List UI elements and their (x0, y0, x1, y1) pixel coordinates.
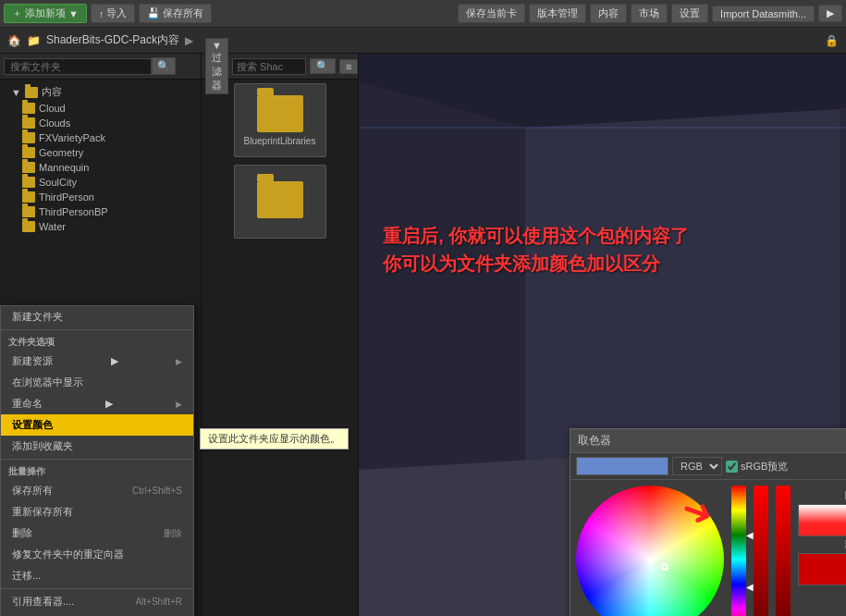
viewport-text-overlay: 重启后, 你就可以使用这个包的内容了 你可以为文件夹添加颜色加以区分 (383, 222, 689, 277)
alpha-slider[interactable] (774, 486, 792, 616)
old-new-section: 旧 新 (798, 489, 846, 616)
folder-icon (22, 132, 35, 143)
ctx-divider-3 (1, 588, 193, 589)
breadcrumb-arrow-icon: ▶ (185, 34, 193, 47)
save-tab-button[interactable]: 保存当前卡 (458, 4, 525, 23)
tree-item-mannequin[interactable]: Mannequin (0, 160, 201, 175)
tree-item-fxvariety[interactable]: FXVarietyPack (0, 130, 201, 145)
version-button[interactable]: 版本管理 (529, 4, 586, 23)
breadcrumb-folder-icon: 📁 (27, 34, 41, 47)
new-color-swatch (798, 553, 846, 585)
tree-item-cloud[interactable]: Cloud (0, 101, 201, 116)
srgb-label: sRGB预览 (726, 460, 788, 474)
value-slider[interactable]: ◀ (752, 486, 770, 616)
search-button[interactable]: 🔍 (152, 57, 176, 75)
import-button[interactable]: ↑ 导入 (91, 4, 136, 23)
folder-thumb-label: BlueprintLibraries (244, 136, 316, 146)
content-button[interactable]: 内容 (590, 4, 627, 23)
search-input[interactable] (4, 58, 152, 75)
color-picker-body: ◀ ◀ 旧 新 (570, 480, 846, 616)
color-gradient-bar (576, 457, 668, 475)
color-wheel-container[interactable] (576, 486, 724, 616)
collapse-icon: ▼ (11, 87, 21, 98)
set-color-tooltip: 设置此文件夹应显示的颜色。 (200, 428, 349, 450)
new-label: 新 (798, 538, 846, 551)
tree-root-item[interactable]: ▼ 内容 (0, 83, 201, 101)
ctx-delete[interactable]: 删除 删除 (1, 523, 193, 544)
left-panel: 🔍 ▼ 内容 Cloud Clouds FXVarietyPack (0, 54, 202, 616)
search-bar: 🔍 (0, 54, 201, 80)
color-wheel[interactable] (576, 486, 724, 616)
tree-item-clouds[interactable]: Clouds (0, 116, 201, 130)
folder-icon (22, 206, 35, 217)
sliders-section: ◀ ◀ (730, 486, 792, 616)
srgb-checkbox[interactable] (726, 461, 738, 473)
filter-search-input[interactable] (232, 58, 306, 75)
old-color-swatch (798, 504, 846, 536)
ctx-new-asset[interactable]: 新建资源 ▶ (1, 351, 193, 372)
context-menu: 新建文件夹 文件夹选项 新建资源 ▶ 在浏览器中显示 重命名 ▶ 设置颜色 添加… (0, 305, 194, 616)
import-icon: ↑ (99, 8, 104, 19)
ctx-divider-2 (1, 459, 193, 460)
ctx-add-to-favorites[interactable]: 添加到收藏夹 (1, 436, 193, 457)
expand-button[interactable]: ▶ (818, 5, 842, 22)
breadcrumb-root-label[interactable]: ShaderBits-GDC-Pack内容 (46, 32, 179, 48)
filter-options-button[interactable]: ≡ (339, 59, 358, 74)
ctx-rename[interactable]: 重命名 ▶ (1, 393, 193, 414)
folder-thumb-icon (257, 95, 303, 132)
plus-icon: ＋ (12, 6, 22, 20)
dropdown-arrow-icon: ▼ (68, 8, 79, 19)
color-picker-title: 取色器 (578, 433, 611, 449)
arrow-icon: ▶ (105, 398, 113, 410)
ctx-fix-redirectors[interactable]: 修复文件夹中的重定向器 (1, 544, 193, 565)
folder-icon (22, 103, 35, 114)
middle-panel: ▼过滤器 🔍 ≡ BlueprintLibraries (202, 54, 359, 616)
second-folder[interactable] (234, 165, 326, 239)
folder-thumb-icon (257, 181, 303, 218)
folder-icon (22, 162, 35, 173)
blueprint-libraries-folder[interactable]: BlueprintLibraries (234, 83, 326, 157)
folder-icon (22, 117, 35, 129)
right-area: ◀ 👁 透视图 💡 带光照 显示 (359, 54, 846, 616)
ctx-thumbnail[interactable]: 大小缩图.... Alt+Shift+M (1, 612, 193, 616)
tree-item-water[interactable]: Water (0, 219, 201, 234)
old-label: 旧 (798, 489, 846, 502)
viewport-text-line1: 重启后, 你就可以使用这个包的内容了 (383, 222, 689, 250)
folder-icon (22, 177, 35, 188)
lock-icon: 🔒 (825, 34, 839, 47)
content-browser-content: BlueprintLibraries (202, 80, 358, 616)
folder-icon (22, 191, 35, 203)
main-layout: 🔍 ▼ 内容 Cloud Clouds FXVarietyPack (0, 54, 846, 616)
settings-button[interactable]: 设置 (671, 4, 708, 23)
ctx-ref-viewer[interactable]: 引用查看器.... Alt+Shift+R (1, 591, 193, 612)
ctx-divider-1 (1, 329, 193, 330)
filter-bar: ▼过滤器 🔍 ≡ (202, 54, 358, 80)
tree-item-thirdperson[interactable]: ThirdPerson (0, 190, 201, 204)
hue-track (731, 486, 746, 616)
import-datasmith-button[interactable]: Import Datasmith... (712, 6, 815, 22)
ctx-new-folder[interactable]: 新建文件夹 (1, 306, 193, 327)
viewport-text-line2: 你可以为文件夹添加颜色加以区分 (383, 250, 689, 277)
save-icon: 💾 (147, 7, 160, 19)
arrow-icon: ▶ (111, 355, 118, 367)
breadcrumb-home-icon: 🏠 (7, 34, 21, 47)
value-track (754, 486, 768, 616)
color-picker-titlebar: 取色器 ✕ (570, 429, 846, 453)
market-button[interactable]: 市场 (631, 4, 668, 23)
filter-search-button[interactable]: 🔍 (310, 58, 336, 74)
add-new-button[interactable]: ＋ 添加新项 ▼ (4, 4, 87, 23)
breadcrumb-bar: 🏠 📁 ShaderBits-GDC-Pack内容 ▶ 🔒 (0, 28, 846, 54)
tree-item-geometry[interactable]: Geometry (0, 145, 201, 160)
save-all-button[interactable]: 💾 保存所有 (139, 4, 212, 23)
tree-item-soulcity[interactable]: SoulCity (0, 175, 201, 190)
color-mode-dropdown[interactable]: RGB HSV (672, 457, 722, 475)
ctx-save-all[interactable]: 保存所有 Ctrl+Shift+S (1, 480, 193, 501)
ctx-show-in-browser[interactable]: 在浏览器中显示 (1, 372, 193, 393)
ctx-migrate[interactable]: 迁移... (1, 565, 193, 586)
color-picker-dialog: 取色器 ✕ RGB HSV sRGB预览 (570, 428, 846, 616)
ctx-refresh-all[interactable]: 重新保存所有 (1, 501, 193, 523)
ctx-set-color[interactable]: 设置颜色 (1, 414, 193, 436)
tree-item-thirdpersonbp[interactable]: ThirdPersonBP (0, 204, 201, 219)
alpha-track (776, 486, 791, 616)
hue-slider[interactable]: ◀ (730, 486, 748, 616)
